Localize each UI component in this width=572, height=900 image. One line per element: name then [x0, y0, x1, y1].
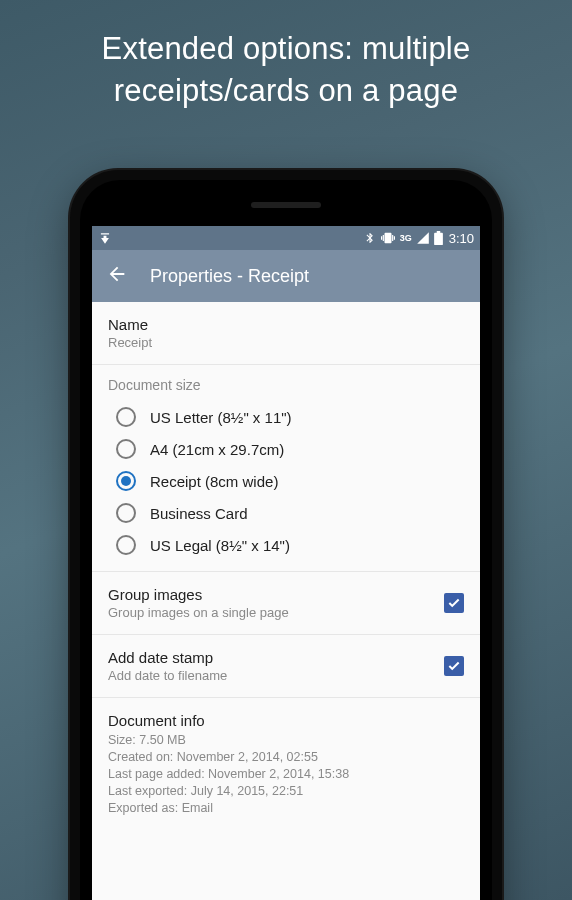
- radio-icon: [116, 503, 136, 523]
- name-value: Receipt: [108, 335, 464, 350]
- size-option-a4[interactable]: A4 (21cm x 29.7cm): [108, 433, 464, 465]
- name-section[interactable]: Name Receipt: [92, 302, 480, 365]
- info-exported-as: Exported as: Email: [108, 800, 464, 817]
- checkbox-checked-icon[interactable]: [444, 593, 464, 613]
- app-title: Properties - Receipt: [150, 266, 309, 287]
- clock: 3:10: [449, 231, 474, 246]
- radio-label: US Legal (8½" x 14"): [150, 537, 290, 554]
- info-last-exported: Last exported: July 14, 2015, 22:51: [108, 783, 464, 800]
- network-label: 3G: [400, 233, 412, 243]
- radio-label: US Letter (8½" x 11"): [150, 409, 292, 426]
- signal-icon: [416, 231, 430, 245]
- content: Name Receipt Document size US Letter (8½…: [92, 302, 480, 846]
- promo-line2: receipts/cards on a page: [20, 70, 552, 112]
- date-stamp-row[interactable]: Add date stamp Add date to filename: [92, 635, 480, 698]
- info-last-page: Last page added: November 2, 2014, 15:38: [108, 766, 464, 783]
- radio-label: A4 (21cm x 29.7cm): [150, 441, 284, 458]
- checkbox-checked-icon[interactable]: [444, 656, 464, 676]
- name-label: Name: [108, 316, 464, 333]
- size-option-receipt[interactable]: Receipt (8cm wide): [108, 465, 464, 497]
- promo-line1: Extended options: multiple: [20, 28, 552, 70]
- group-images-row[interactable]: Group images Group images on a single pa…: [92, 572, 480, 635]
- info-size: Size: 7.50 MB: [108, 732, 464, 749]
- date-stamp-subtitle: Add date to filename: [108, 668, 444, 683]
- status-bar: 3G 3:10: [92, 226, 480, 250]
- radio-icon: [116, 439, 136, 459]
- info-created: Created on: November 2, 2014, 02:55: [108, 749, 464, 766]
- vibrate-icon: [380, 231, 396, 245]
- size-option-business-card[interactable]: Business Card: [108, 497, 464, 529]
- battery-icon: [434, 231, 443, 245]
- phone-speaker: [251, 202, 321, 208]
- group-images-subtitle: Group images on a single page: [108, 605, 444, 620]
- screen: 3G 3:10 Properties - Receipt: [92, 226, 480, 900]
- document-size-section: Document size US Letter (8½" x 11") A4 (…: [92, 365, 480, 572]
- group-images-title: Group images: [108, 586, 444, 603]
- size-option-us-letter[interactable]: US Letter (8½" x 11"): [108, 401, 464, 433]
- document-info-section: Document info Size: 7.50 MB Created on: …: [92, 698, 480, 846]
- bluetooth-icon: [364, 231, 376, 245]
- radio-icon: [116, 471, 136, 491]
- download-icon: [98, 231, 112, 245]
- date-stamp-title: Add date stamp: [108, 649, 444, 666]
- radio-label: Receipt (8cm wide): [150, 473, 278, 490]
- document-info-header: Document info: [108, 712, 464, 729]
- phone-frame: 3G 3:10 Properties - Receipt: [70, 170, 502, 900]
- radio-label: Business Card: [150, 505, 248, 522]
- radio-icon: [116, 535, 136, 555]
- radio-icon: [116, 407, 136, 427]
- promo-text: Extended options: multiple receipts/card…: [0, 0, 572, 112]
- back-arrow-icon[interactable]: [106, 263, 128, 289]
- app-bar: Properties - Receipt: [92, 250, 480, 302]
- size-option-us-legal[interactable]: US Legal (8½" x 14"): [108, 529, 464, 561]
- document-size-header: Document size: [108, 377, 464, 393]
